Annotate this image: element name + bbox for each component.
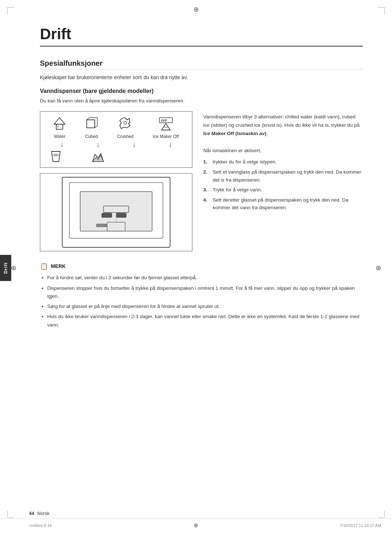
svg-rect-19 bbox=[80, 192, 152, 231]
step-3: 3. Trykk for å velge vann. bbox=[203, 186, 363, 194]
page-number: 44 bbox=[29, 511, 34, 516]
compass-left-icon: ⊕ bbox=[11, 264, 16, 272]
cubed-icon-item: Cubed bbox=[85, 117, 98, 139]
dispenser-left: Water bbox=[40, 111, 192, 251]
step-1-num: 1. bbox=[203, 158, 210, 166]
note-header: 📋 MERK bbox=[40, 262, 363, 270]
step-3-text: Trykk for å velge vann. bbox=[213, 186, 262, 194]
svg-rect-3 bbox=[87, 120, 95, 128]
footer-right: 7/18/2017 11:18:37 AM bbox=[340, 523, 381, 528]
dispenser-image-box bbox=[40, 173, 192, 251]
crushed-icon-item: Crushed bbox=[117, 117, 134, 139]
svg-text:OFF: OFF bbox=[161, 119, 167, 122]
corner-mark-bl bbox=[7, 511, 15, 518]
section-intro: Kjøleskapet har brukerorienterte enheter… bbox=[40, 74, 363, 81]
cubed-icon-symbol bbox=[85, 117, 98, 133]
water-icon-item: Water bbox=[53, 117, 66, 139]
corner-mark-br bbox=[377, 511, 385, 518]
step-1-text: trykker du for å velge istypen. bbox=[213, 158, 277, 166]
section-rule bbox=[40, 69, 363, 69]
ice-maker-off-icon-item: OFF Ice Maker Off bbox=[153, 117, 179, 139]
title-rule bbox=[40, 46, 363, 46]
svg-marker-0 bbox=[54, 118, 65, 124]
ice-maker-off-label: Ice Maker Off bbox=[153, 134, 179, 139]
side-tab: Drift bbox=[0, 255, 11, 281]
svg-rect-21 bbox=[116, 213, 126, 218]
note-item-2: Dispenseren stopper hvis du fortsetter å… bbox=[47, 284, 363, 301]
bottom-bar: Untitled-8 44 ⊕ 7/18/2017 11:18:37 AM bbox=[0, 519, 392, 529]
corner-mark-tl bbox=[7, 7, 15, 15]
ice-maker-off-bold: Ice Maker Off (Ismaskin av) bbox=[203, 131, 266, 136]
dispenser-right: Vanndispenseren tilbyr 3 alternativer: c… bbox=[203, 111, 363, 251]
step-3-num: 3. bbox=[203, 186, 210, 194]
results-row bbox=[44, 151, 188, 164]
note-item-4: Hvis du ikke bruker vanndispenseren i 2-… bbox=[47, 313, 363, 329]
crushed-label: Crushed bbox=[117, 134, 134, 139]
note-heading: MERK bbox=[51, 263, 66, 269]
icon-box: Water bbox=[40, 111, 192, 168]
step-2-num: 2. bbox=[203, 168, 210, 176]
footer-compass: ⊕ bbox=[193, 522, 198, 529]
svg-point-7 bbox=[124, 121, 127, 124]
crushed-icon-symbol bbox=[118, 117, 132, 133]
compass-top-icon: ⊕ bbox=[193, 5, 199, 13]
section-heading: Spesialfunksjoner bbox=[40, 59, 363, 68]
arrow-cubed: ↓ bbox=[97, 141, 100, 149]
note-list: For å hindre søl, venter du i 2 sekunder… bbox=[40, 274, 363, 329]
subsection-heading: Vanndispenser (bare gjeldende modeller) bbox=[40, 88, 363, 94]
arrow-water: ↓ bbox=[60, 141, 64, 149]
step-4-text: Sett deretter glasset på dispenserspaken… bbox=[213, 196, 363, 212]
page-language: Norsk bbox=[37, 511, 49, 516]
page: ⊕ Drift ⊕ ⊕ Drift Spesialfunksjoner Kjøl… bbox=[0, 0, 392, 536]
note-icon: 📋 bbox=[40, 262, 48, 270]
svg-rect-20 bbox=[102, 213, 112, 218]
step-4: 4. Sett deretter glasset på dispenserspa… bbox=[203, 196, 363, 212]
dispenser-layout: Water bbox=[40, 111, 363, 251]
cubed-label: Cubed bbox=[85, 134, 98, 139]
water-icon-symbol bbox=[53, 117, 66, 133]
note-item-3: Sørg for at glasset er på linje med disp… bbox=[47, 302, 363, 310]
icon-row: Water bbox=[44, 117, 188, 139]
footer-left: Untitled-8 44 bbox=[29, 523, 52, 528]
corner-mark-tr bbox=[377, 7, 385, 15]
svg-marker-12 bbox=[52, 151, 60, 162]
svg-rect-25 bbox=[97, 224, 107, 227]
svg-rect-1 bbox=[56, 124, 63, 129]
svg-marker-10 bbox=[162, 123, 170, 130]
note-section: 📋 MERK For å hindre søl, venter du i 2 s… bbox=[40, 262, 363, 329]
main-content: Drift Spesialfunksjoner Kjøleskapet har … bbox=[40, 22, 363, 329]
arrows-row: ↓ ↓ ↓ ↓ bbox=[44, 141, 188, 149]
note-item-1: For å hindre søl, venter du i 2 sekunder… bbox=[47, 274, 363, 282]
step-2: 2. Sett et vannglass på dispenserspaken … bbox=[203, 168, 363, 184]
arrow-crushed: ↓ bbox=[132, 141, 136, 149]
water-label: Water bbox=[54, 134, 66, 139]
steps-list: 1. trykker du for å velge istypen. 2. Se… bbox=[203, 158, 363, 212]
step-2-text: Sett et vannglass på dispenserspaken og … bbox=[213, 168, 363, 184]
arrow-ice-off: ↓ bbox=[169, 141, 172, 149]
ice-maker-off-icon-symbol: OFF bbox=[159, 117, 173, 133]
page-title: Drift bbox=[40, 22, 363, 43]
step-4-num: 4. bbox=[203, 196, 210, 204]
activation-intro: Når ismaskinen er aktivert, bbox=[203, 147, 363, 154]
subsection-intro: Du kan få vann uten å åpne kjøleskapsdør… bbox=[40, 97, 363, 105]
svg-marker-6 bbox=[120, 118, 130, 129]
result-crushed-icon bbox=[91, 151, 105, 164]
dispenser-desc: Vanndispenseren tilbyr 3 alternativer: c… bbox=[203, 113, 363, 138]
compass-right-icon: ⊕ bbox=[376, 264, 381, 272]
page-number-area: 44 Norsk bbox=[29, 511, 49, 516]
step-1: 1. trykker du for å velge istypen. bbox=[203, 158, 363, 166]
result-water-icon bbox=[49, 151, 62, 164]
